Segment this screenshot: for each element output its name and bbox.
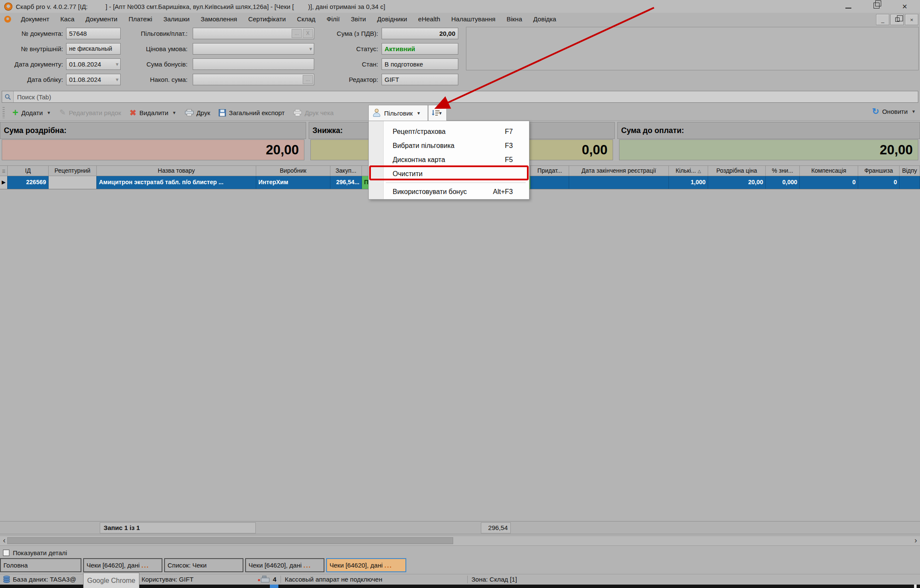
column-header[interactable]: Компенсація xyxy=(800,165,858,176)
bottom-tab[interactable]: Головна xyxy=(0,558,81,572)
menu-item-рецепт-страхова[interactable]: Рецепт/страховаF7 xyxy=(369,125,529,139)
internal-number-field[interactable]: не фискальный xyxy=(66,43,121,55)
database-status: База даних: TASA3@ xyxy=(13,574,76,585)
table-cell[interactable]: 0,000 xyxy=(766,176,800,189)
column-header[interactable]: Франшиза xyxy=(858,165,900,176)
refresh-button[interactable]: ↻ Оновити▼ xyxy=(872,106,916,116)
menubar-item[interactable]: Залишки xyxy=(158,13,195,26)
beneficiary-field[interactable]: ... X xyxy=(193,28,314,39)
chrome-window-overlay[interactable]: Google Chrome xyxy=(83,573,139,588)
table-cell[interactable] xyxy=(531,176,569,189)
chevron-down-icon[interactable]: ▾ xyxy=(116,59,119,70)
state-label: Стан: xyxy=(314,58,378,70)
menubar-item[interactable]: Замовлення xyxy=(195,13,243,26)
bottom-tab[interactable]: Список: Чеки xyxy=(164,558,243,572)
table-cell[interactable]: Амицитрон экстратаб табл. п/о блистер ..… xyxy=(97,176,256,189)
beneficiary-dropdown-menu: Рецепт/страховаF7Вибрати пільговикаF3Дис… xyxy=(368,121,529,200)
menubar-item[interactable]: Каса xyxy=(55,13,80,26)
account-date-field[interactable]: 01.08.2024▾ xyxy=(66,74,121,85)
table-cell[interactable]: 20,00 xyxy=(708,176,766,189)
menubar-item[interactable]: Документи xyxy=(80,13,123,26)
column-header[interactable]: Дата закінчення реєстрації xyxy=(569,165,669,176)
show-details-label: Показувати деталі xyxy=(13,549,67,556)
minimize-button[interactable] xyxy=(844,0,853,13)
beneficiary-clear-button[interactable]: X xyxy=(303,29,313,38)
toolbar-grip[interactable] xyxy=(3,107,5,118)
show-details-checkbox[interactable] xyxy=(3,550,9,556)
table-cell[interactable]: 226569 xyxy=(8,176,49,189)
menubar-item[interactable]: eHealth xyxy=(413,13,446,26)
doc-number-field[interactable]: 57648 xyxy=(66,28,121,39)
menu-item-вибрати-пільговика[interactable]: Вибрати пільговикаF3 xyxy=(369,139,529,153)
column-header[interactable]: Рецептурний xyxy=(49,165,97,176)
column-header[interactable]: Виробник xyxy=(256,165,330,176)
column-header[interactable]: Відпу xyxy=(900,165,920,176)
menubar-item[interactable]: Звіти xyxy=(345,13,372,26)
column-header[interactable]: Кількі...△ xyxy=(669,165,708,176)
scrollbar-thumb[interactable] xyxy=(7,537,453,544)
mdi-restore-button[interactable] xyxy=(891,14,904,25)
table-cell[interactable]: 0 xyxy=(800,176,858,189)
beneficiary-menu-button[interactable]: Пільговик▼ xyxy=(368,105,428,121)
bottom-tab[interactable]: Чеки [64620], дані ... xyxy=(83,558,162,572)
bottom-tab[interactable]: Чеки [64620], дані ... xyxy=(245,558,324,572)
mdi-close-button[interactable]: × xyxy=(905,14,918,25)
table-cell[interactable] xyxy=(900,176,920,189)
sort-menu-button[interactable]: ▼ xyxy=(428,105,447,121)
print-button[interactable]: Друк xyxy=(181,106,214,119)
menubar: ДокументКасаДокументиПлатежіЗалишкиЗамов… xyxy=(0,13,920,26)
doc-number-label: № документа: xyxy=(0,28,63,39)
table-cell[interactable] xyxy=(49,176,97,189)
menubar-item[interactable]: Довідники xyxy=(372,13,413,26)
menubar-item[interactable]: Сертифікати xyxy=(243,13,291,26)
to-pay-header: Сума до оплати: xyxy=(617,122,920,139)
edit-row-button[interactable]: ✎ Редагувати рядок xyxy=(55,106,125,119)
search-input[interactable] xyxy=(14,93,918,101)
accum-sum-field[interactable]: ... xyxy=(193,74,314,85)
delete-button[interactable]: ✖ Видалити▼ xyxy=(125,106,181,119)
menubar-item[interactable]: Склад xyxy=(291,13,321,26)
bottom-tab[interactable]: Чеки [64620], дані ... xyxy=(326,558,406,572)
sort-list-icon xyxy=(432,110,434,116)
person-icon xyxy=(373,109,381,117)
doc-date-field[interactable]: 01.08.2024▾ xyxy=(66,58,121,70)
menu-item-використовувати-бонус[interactable]: Використовувати бонусAlt+F3 xyxy=(369,185,529,199)
column-header[interactable]: Придат... xyxy=(531,165,569,176)
table-cell[interactable]: ИнтерХим xyxy=(256,176,330,189)
export-button[interactable]: Загальний експорт xyxy=(214,106,289,119)
restore-button[interactable] xyxy=(872,0,881,13)
menubar-item[interactable]: Довідка xyxy=(528,13,562,26)
column-header[interactable]: Назва товару xyxy=(97,165,256,176)
price-condition-field[interactable]: ▾ xyxy=(193,43,314,55)
column-header[interactable]: Роздрібна ціна xyxy=(708,165,766,176)
add-button[interactable]: + Додати▼ xyxy=(8,106,55,119)
print-check-button[interactable]: Друк чека xyxy=(289,106,338,119)
notes-panel[interactable] xyxy=(466,27,919,70)
menubar-item[interactable]: Платежі xyxy=(123,13,158,26)
table-cell[interactable]: 296,54... xyxy=(330,176,362,189)
chevron-down-icon[interactable]: ▾ xyxy=(116,74,119,85)
column-header[interactable]: ІД xyxy=(8,165,49,176)
menu-item-очистити[interactable]: Очистити xyxy=(369,167,529,181)
column-header[interactable]: Закуп... xyxy=(330,165,362,176)
menubar-item[interactable]: Налаштування xyxy=(446,13,501,26)
close-button[interactable]: × xyxy=(900,0,909,13)
menubar-item[interactable]: Документ xyxy=(15,13,55,26)
table-cell[interactable]: 0 xyxy=(858,176,900,189)
column-header[interactable]: % зни... xyxy=(766,165,800,176)
row-indicator-header: ☰ xyxy=(0,165,8,176)
table-cell[interactable] xyxy=(569,176,669,189)
horizontal-scrollbar[interactable]: ‹ › xyxy=(0,536,920,546)
table-cell[interactable]: 1,000 xyxy=(669,176,708,189)
mdi-minimize-button[interactable]: _ xyxy=(876,14,889,25)
chevron-down-icon[interactable]: ▾ xyxy=(309,43,312,54)
bonus-sum-field[interactable] xyxy=(193,58,314,70)
beneficiary-browse-button[interactable]: ... xyxy=(292,29,302,38)
scroll-right-arrow[interactable]: › xyxy=(912,536,919,545)
menu-item-дисконтна-карта[interactable]: Дисконтна картаF5 xyxy=(369,153,529,167)
menubar-item[interactable]: Філії xyxy=(321,13,345,26)
scroll-left-arrow[interactable]: ‹ xyxy=(1,536,8,545)
beneficiary-label: Пільговик/плат.: xyxy=(124,28,188,39)
menubar-item[interactable]: Вікна xyxy=(501,13,528,26)
accum-sum-browse-button[interactable]: ... xyxy=(303,75,313,84)
